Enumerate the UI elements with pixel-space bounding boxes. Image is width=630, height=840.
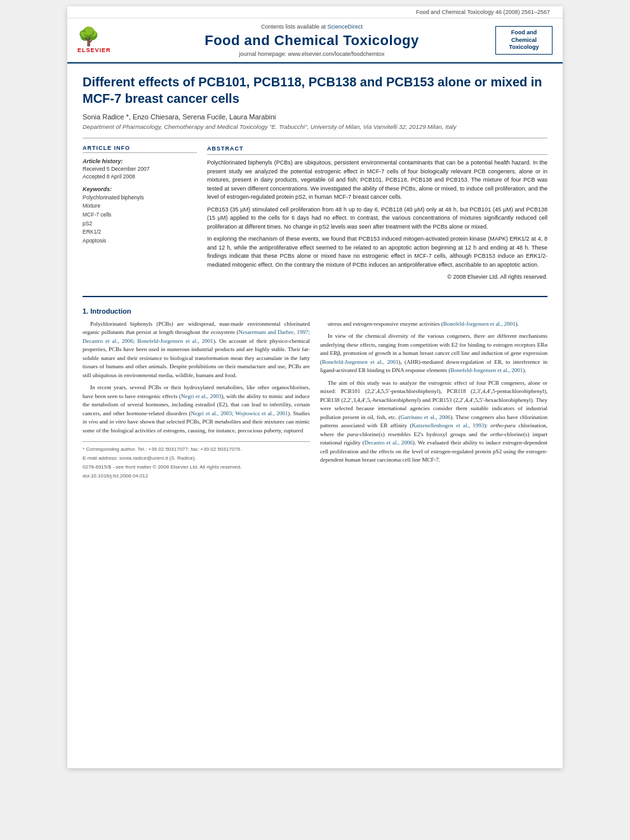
- ref-bonefeld3[interactable]: Bonefeld-Jorgensen et al., 2001: [450, 367, 523, 373]
- footnote-corresponding: * Corresponding author. Tel.: +39 02 503…: [83, 446, 310, 453]
- ref-nesaretnam[interactable]: Nesaretnam and Darbre, 1997; Decastro et…: [83, 329, 310, 344]
- footnote-doi: doi:10.1016/j.fct.2008.04.012: [83, 472, 310, 480]
- affiliation: Department of Pharmacology, Chemotherapy…: [83, 123, 547, 130]
- elsevier-tree-icon: 🌳: [77, 28, 128, 46]
- body-col-left: Polychlorinated biphenyls (PCBs) are wid…: [83, 320, 310, 482]
- abstract-text: Polychlorinated biphenyls (PCBs) are ubi…: [207, 159, 547, 282]
- ref-decastro[interactable]: Decastro et al., 2006: [365, 439, 413, 446]
- footnote-email: E-mail address: sonia.radice@unimi.it (S…: [83, 455, 310, 462]
- intro-heading: 1. Introduction: [83, 307, 547, 315]
- journal-header: 🌳 ELSEVIER Contents lists available at S…: [67, 18, 563, 63]
- footnote-section: * Corresponding author. Tel.: +39 02 503…: [83, 441, 310, 480]
- body-columns: Polychlorinated biphenyls (PCBs) are wid…: [83, 320, 547, 482]
- ref-bonefeld2[interactable]: Bonefeld-Jorgensen et al., 2001: [322, 359, 398, 365]
- keyword-1: Polychlorinated biphenyls: [83, 194, 197, 203]
- article-body: Different effects of PCB101, PCB118, PCB…: [67, 63, 563, 491]
- article-info-col: Article Info Article history: Received 5…: [83, 145, 197, 286]
- ref-garritano[interactable]: Garritano et al., 2006: [400, 414, 450, 420]
- sciencedirect-link[interactable]: ScienceDirect: [328, 23, 363, 30]
- history-label: Article history:: [83, 158, 197, 164]
- intro-para-3: uterus and estrogen-responsive enzyme ac…: [320, 320, 547, 329]
- intro-para-2: In recent years, several PCBs or their h…: [83, 383, 310, 435]
- keywords-label: Keywords:: [83, 186, 197, 192]
- logo-box: Food and Chemical Toxicology: [495, 26, 553, 55]
- intro-para-4: In view of the chemical diversity of the…: [320, 332, 547, 375]
- journal-title: Food and Chemical Toxicology: [128, 32, 495, 49]
- footnote-issn: 0278-6915/$ - see front matter © 2008 El…: [83, 463, 310, 471]
- intro-para-5: The aim of this study was to analyze the…: [320, 379, 547, 465]
- received-date: Received 5 December 2007: [83, 166, 197, 173]
- abstract-para-1: Polychlorinated biphenyls (PCBs) are ubi…: [207, 159, 547, 202]
- abstract-para-2: PCB153 (35 μM) stimulated cell prolifera…: [207, 206, 547, 232]
- abstract-label: Abstract: [207, 145, 547, 155]
- abstract-para-3: In exploring the mechanism of these even…: [207, 235, 547, 269]
- journal-homepage: journal homepage: www.elsevier.com/locat…: [128, 51, 495, 57]
- abstract-copyright: © 2008 Elsevier Ltd. All rights reserved…: [207, 273, 547, 282]
- article-info-label: Article Info: [83, 145, 197, 153]
- keywords-list: Polychlorinated biphenyls Mixture MCF-7 …: [83, 194, 197, 246]
- elsevier-label: ELSEVIER: [77, 47, 128, 53]
- accepted-date: Accepted 8 April 2008: [83, 173, 197, 181]
- elsevier-logo: 🌳 ELSEVIER: [77, 28, 128, 53]
- article-info-abstract: Article Info Article history: Received 5…: [83, 138, 547, 286]
- article-title: Different effects of PCB101, PCB118, PCB…: [83, 74, 547, 107]
- keyword-6: Apoptosis: [83, 237, 197, 246]
- ref-negri2[interactable]: Negri et al., 2003; Wojtowicz et al., 20…: [191, 410, 288, 417]
- journal-reference: Food and Chemical Toxicology 46 (2008) 2…: [67, 6, 563, 18]
- keyword-5: ERK1/2: [83, 228, 197, 237]
- authors: Sonia Radice *, Enzo Chiesara, Serena Fu…: [83, 113, 547, 121]
- ref-negri[interactable]: Negri et al., 2003: [181, 393, 221, 399]
- main-content: 1. Introduction Polychlorinated biphenyl…: [83, 296, 547, 482]
- page: Food and Chemical Toxicology 46 (2008) 2…: [67, 6, 563, 768]
- keyword-3: MCF-7 cells: [83, 211, 197, 220]
- abstract-col: Abstract Polychlorinated biphenyls (PCBs…: [207, 145, 547, 286]
- intro-para-1: Polychlorinated biphenyls (PCBs) are wid…: [83, 320, 310, 380]
- keyword-4: pS2: [83, 220, 197, 229]
- journal-logo-right: Food and Chemical Toxicology: [495, 26, 553, 55]
- journal-center: Contents lists available at ScienceDirec…: [128, 23, 495, 57]
- keyword-2: Mixture: [83, 202, 197, 211]
- ref-bonefeld1[interactable]: Bonefeld-Jorgensen et al., 2001: [443, 321, 516, 327]
- sciencedirect-line: Contents lists available at ScienceDirec…: [128, 23, 495, 30]
- ref-katzen[interactable]: Katzenellenbogen et al., 1993: [412, 422, 485, 429]
- body-col-right: uterus and estrogen-responsive enzyme ac…: [320, 320, 547, 482]
